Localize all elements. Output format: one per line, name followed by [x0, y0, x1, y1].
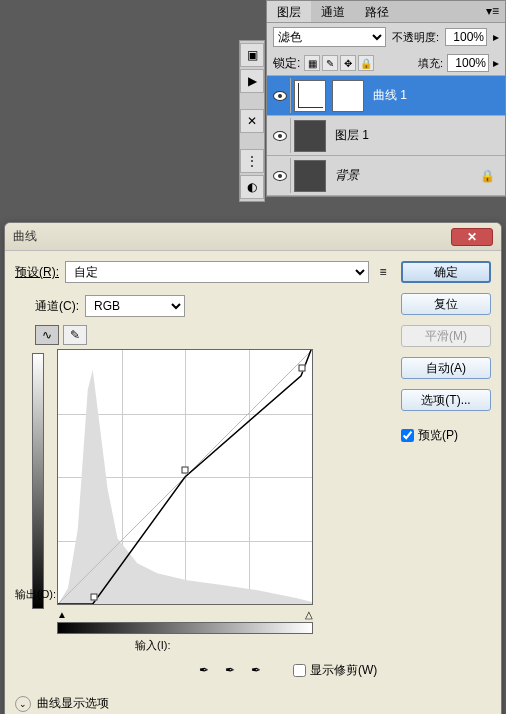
output-label: 输出(O):: [15, 587, 57, 602]
lock-icon: 🔒: [480, 169, 495, 183]
eyedropper-gray-icon[interactable]: ✒: [221, 661, 239, 679]
history-icon[interactable]: ▣: [240, 43, 264, 67]
channel-select[interactable]: RGB: [85, 295, 185, 317]
layers-panel: 图层 通道 路径 ▾≡ 滤色 不透明度: ▸ 锁定: ▦ ✎ ✥ 🔒 填充: ▸…: [266, 0, 506, 197]
lock-label: 锁定:: [273, 55, 300, 72]
layer-thumb[interactable]: [294, 120, 326, 152]
disclosure-icon[interactable]: ⌄: [15, 696, 31, 712]
input-gradient: [57, 622, 313, 634]
layer-item-curves[interactable]: 曲线 1: [267, 76, 505, 116]
curve-line: [58, 350, 312, 604]
preview-checkbox[interactable]: [401, 429, 414, 442]
fill-arrow-icon[interactable]: ▸: [493, 56, 499, 70]
visibility-eye-icon[interactable]: [273, 91, 287, 101]
fill-input[interactable]: [447, 54, 489, 72]
lock-transparent-icon[interactable]: ▦: [304, 55, 320, 71]
output-gradient: [32, 353, 44, 609]
titlebar[interactable]: 曲线 ✕: [5, 223, 501, 251]
visibility-eye-icon[interactable]: [273, 131, 287, 141]
layer-thumb[interactable]: [294, 160, 326, 192]
curve-point[interactable]: [90, 594, 97, 601]
visibility-eye-icon[interactable]: [273, 171, 287, 181]
layer-item-1[interactable]: 图层 1: [267, 116, 505, 156]
panel-menu-icon[interactable]: ▾≡: [480, 1, 505, 22]
layer-name[interactable]: 图层 1: [335, 127, 369, 144]
opacity-label: 不透明度:: [392, 30, 439, 45]
layer-mask-thumb[interactable]: [332, 80, 364, 112]
reset-button[interactable]: 复位: [401, 293, 491, 315]
show-clipping-label: 显示修剪(W): [310, 662, 377, 679]
layer-name[interactable]: 背景: [335, 167, 359, 184]
actions-icon[interactable]: ▶: [240, 69, 264, 93]
curve-point[interactable]: [182, 467, 189, 474]
tool-c-icon[interactable]: ◐: [240, 175, 264, 199]
curve-pencil-tool[interactable]: ✎: [63, 325, 87, 345]
tool-a-icon[interactable]: ✕: [240, 109, 264, 133]
layer-item-background[interactable]: 背景 🔒: [267, 156, 505, 196]
preset-menu-icon[interactable]: ≡: [375, 264, 391, 280]
preview-label: 预览(P): [418, 427, 458, 444]
black-slider-icon[interactable]: ▲: [57, 609, 67, 620]
channel-label: 通道(C):: [35, 298, 79, 315]
tab-layers[interactable]: 图层: [267, 1, 311, 22]
ok-button[interactable]: 确定: [401, 261, 491, 283]
tab-paths[interactable]: 路径: [355, 1, 399, 22]
close-button[interactable]: ✕: [451, 228, 493, 246]
layer-name[interactable]: 曲线 1: [373, 87, 407, 104]
lock-position-icon[interactable]: ✥: [340, 55, 356, 71]
auto-button[interactable]: 自动(A): [401, 357, 491, 379]
display-options-label[interactable]: 曲线显示选项: [37, 695, 109, 712]
dialog-title: 曲线: [13, 228, 37, 245]
smooth-button: 平滑(M): [401, 325, 491, 347]
curve-point-tool[interactable]: ∿: [35, 325, 59, 345]
options-button[interactable]: 选项(T)...: [401, 389, 491, 411]
blend-mode-select[interactable]: 滤色: [273, 27, 386, 47]
opacity-arrow-icon[interactable]: ▸: [493, 30, 499, 44]
eyedropper-black-icon[interactable]: ✒: [195, 661, 213, 679]
opacity-input[interactable]: [445, 28, 487, 46]
show-clipping-checkbox[interactable]: [293, 664, 306, 677]
lock-pixels-icon[interactable]: ✎: [322, 55, 338, 71]
preset-select[interactable]: 自定: [65, 261, 369, 283]
input-label: 输入(I):: [135, 638, 391, 653]
white-slider-icon[interactable]: △: [305, 609, 313, 620]
preset-label: 预设(R):: [15, 264, 59, 281]
curves-dialog: 曲线 ✕ 预设(R): 自定 ≡ 通道(C): RGB ∿ ✎: [4, 222, 502, 714]
curve-graph[interactable]: [57, 349, 313, 605]
tab-channels[interactable]: 通道: [311, 1, 355, 22]
curve-point[interactable]: [298, 365, 305, 372]
layer-thumb-adjustment[interactable]: [294, 80, 326, 112]
tool-b-icon[interactable]: ⋮: [240, 149, 264, 173]
lock-all-icon[interactable]: 🔒: [358, 55, 374, 71]
eyedropper-white-icon[interactable]: ✒: [247, 661, 265, 679]
fill-label: 填充:: [418, 56, 443, 71]
